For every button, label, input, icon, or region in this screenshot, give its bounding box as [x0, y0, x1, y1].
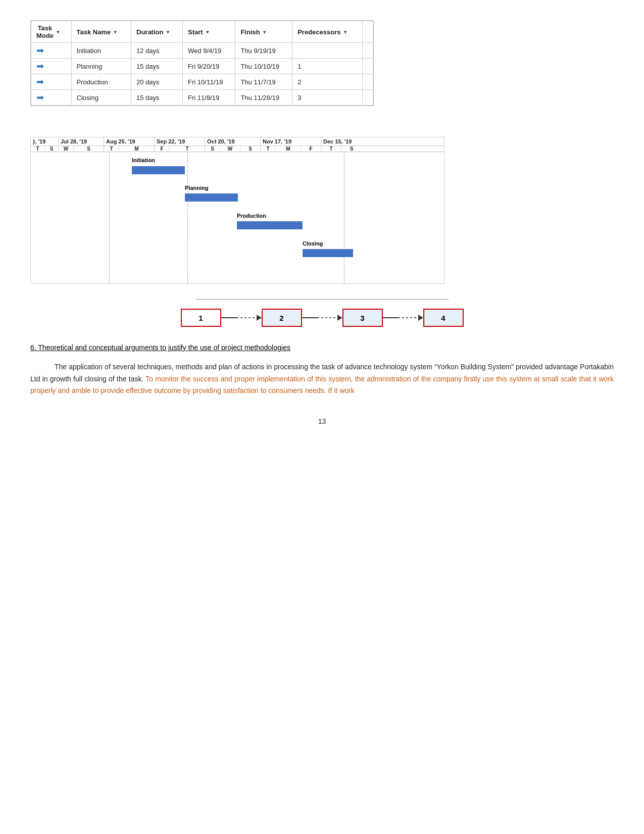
finish-cell-0: Thu 9/19/19	[235, 43, 292, 59]
flow-box-4: 4	[423, 309, 464, 327]
gantt-week-5: Nov 17, '19	[261, 137, 321, 145]
day-f1: F	[155, 146, 170, 152]
gantt-weeks-row: }, '19 Jul 28, '19 Aug 25, '19 Sep 22, '…	[31, 137, 444, 146]
start-cell-2: Fri 10/11/19	[183, 74, 235, 90]
flow-box-3: 3	[342, 309, 383, 327]
task-name-cell-1: Planning	[71, 59, 131, 74]
gantt-bar-planning-label: Planning	[185, 185, 208, 191]
table-row: ➡Initiation12 daysWed 9/4/19Thu 9/19/19	[31, 43, 373, 59]
body-paragraph: The application of several techniques, m…	[30, 361, 614, 397]
extra-cell-1	[363, 59, 373, 74]
start-cell-1: Fri 9/20/19	[183, 59, 235, 74]
col-finish[interactable]: Finish ▼	[235, 21, 292, 43]
day-s1: S	[45, 146, 59, 152]
text-section: 6. Theoretical and conceptual arguments …	[30, 342, 614, 397]
sort-arrow-start: ▼	[205, 29, 210, 35]
gantt-week-6: Dec 15, '19	[321, 137, 372, 145]
finish-cell-1: Thu 10/10/19	[235, 59, 292, 74]
gantt-week-1: Jul 28, '19	[59, 137, 104, 145]
col-duration[interactable]: Duration ▼	[131, 21, 183, 43]
flow-arrow-dots-1	[236, 317, 257, 318]
predecessors-cell-0	[292, 43, 363, 59]
predecessors-cell-3: 3	[292, 90, 363, 106]
flow-separator-line	[196, 299, 449, 300]
task-mode-cell-3: ➡	[31, 90, 72, 106]
day-s5: S	[341, 146, 362, 152]
flow-box-1: 1	[181, 309, 221, 327]
day-t3: T	[170, 146, 205, 152]
gantt-bar-closing	[303, 249, 353, 257]
day-m1: M	[119, 146, 155, 152]
gantt-bar-closing-label: Closing	[303, 240, 323, 247]
flow-box-4-label: 4	[441, 314, 445, 322]
flow-box-2: 2	[262, 309, 302, 327]
day-s2: S	[74, 146, 104, 152]
predecessors-cell-1: 1	[292, 59, 363, 74]
day-t2: T	[104, 146, 119, 152]
col-start[interactable]: Start ▼	[183, 21, 235, 43]
gantt-body: Initiation Planning Production Closing	[31, 152, 444, 283]
schedule-icon-3: ➡	[36, 92, 44, 103]
duration-cell-3: 15 days	[131, 90, 183, 106]
table-row: ➡Closing15 daysFri 11/8/19Thu 11/28/193	[31, 90, 373, 106]
duration-cell-2: 20 days	[131, 74, 183, 90]
dashed-line-1	[109, 152, 110, 283]
flow-box-2-label: 2	[279, 314, 283, 322]
section-heading: 6. Theoretical and conceptual arguments …	[30, 342, 614, 354]
col-extra	[363, 21, 373, 43]
day-f2: F	[301, 146, 321, 152]
gantt-chart: }, '19 Jul 28, '19 Aug 25, '19 Sep 22, '…	[30, 137, 444, 284]
col-task-mode[interactable]: TaskMode ▼	[31, 21, 72, 43]
dashed-line-2	[187, 152, 188, 283]
duration-cell-1: 15 days	[131, 59, 183, 74]
extra-cell-2	[363, 74, 373, 90]
col-predecessors[interactable]: Predecessors ▼	[292, 21, 363, 43]
sort-arrow-duration: ▼	[165, 29, 170, 35]
flow-box-1-label: 1	[199, 314, 203, 322]
col-duration-label: Duration	[136, 28, 163, 36]
day-w1: W	[59, 146, 74, 152]
gantt-week-4: Oct 20, '19	[205, 137, 261, 145]
col-task-name[interactable]: Task Name ▼	[71, 21, 131, 43]
predecessors-cell-2: 2	[292, 74, 363, 90]
day-t5: T	[321, 146, 341, 152]
gantt-bar-initiation-label: Initiation	[132, 157, 155, 163]
flow-section: 1 2 3 4	[30, 299, 614, 327]
page-number: 13	[30, 417, 614, 425]
gantt-week-2: Aug 25, '19	[104, 137, 155, 145]
day-w2: W	[220, 146, 240, 152]
gantt-bar-initiation	[132, 166, 185, 174]
col-start-label: Start	[188, 28, 203, 36]
sort-arrow-predecessors: ▼	[342, 29, 348, 35]
task-mode-cell-2: ➡	[31, 74, 72, 90]
col-task-name-label: Task Name	[77, 28, 111, 36]
flow-box-3-label: 3	[360, 314, 364, 322]
table-row: ➡Planning15 daysFri 9/20/19Thu 10/10/191	[31, 59, 373, 74]
start-cell-0: Wed 9/4/19	[183, 43, 235, 59]
col-task-mode-label: TaskMode	[36, 24, 54, 39]
schedule-icon-2: ➡	[36, 77, 44, 87]
dashed-line-3	[344, 152, 344, 283]
day-t1: T	[31, 146, 45, 152]
gantt-bar-production	[237, 221, 303, 229]
gantt-week-0: }, '19	[31, 137, 59, 145]
flow-arrow-dots-2	[317, 317, 337, 318]
col-finish-label: Finish	[240, 28, 260, 36]
task-mode-cell-0: ➡	[31, 43, 72, 59]
extra-cell-0	[363, 43, 373, 59]
day-m2: M	[276, 146, 301, 152]
flow-arrow-head-3	[418, 315, 423, 321]
finish-cell-2: Thu 11/7/19	[235, 74, 292, 90]
schedule-icon-1: ➡	[36, 61, 44, 71]
sort-arrow-task-mode: ▼	[56, 29, 61, 35]
gantt-week-3: Sep 22, '19	[155, 137, 205, 145]
schedule-icon-0: ➡	[36, 45, 44, 56]
table-row: ➡Production20 daysFri 10/11/19Thu 11/7/1…	[31, 74, 373, 90]
task-mode-cell-1: ➡	[31, 59, 72, 74]
sort-arrow-task-name: ▼	[113, 29, 118, 35]
flow-arrow-line-1	[221, 317, 236, 318]
flow-arrow-2	[302, 315, 342, 321]
task-name-cell-3: Closing	[71, 90, 131, 106]
flow-arrow-head-1	[257, 315, 262, 321]
day-t4: T	[261, 146, 276, 152]
